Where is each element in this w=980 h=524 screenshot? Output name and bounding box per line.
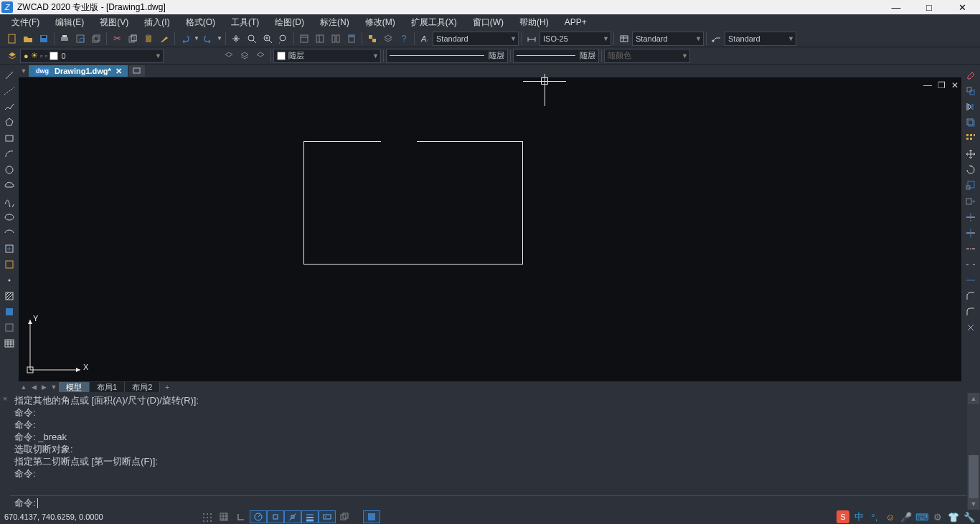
lineweight-combo[interactable]: 随层▼ [513,49,599,63]
model-paper-icon[interactable] [353,510,363,523]
drawing-canvas[interactable]: — ❐ ✕ Y [19,77,961,381]
doc-tab[interactable]: dwg Drawing1.dwg* ✕ [29,65,128,77]
tab-layout2[interactable]: 布局2 [125,382,160,392]
menu-view[interactable]: 视图(V) [93,15,136,30]
pan-icon[interactable] [228,31,244,47]
ime-toolbox-icon[interactable]: 🔧 [963,510,976,523]
command-history[interactable]: 指定其他的角点或 [面积(A)/尺寸(D)/旋转(R)]: 命令: 命令: 命令… [10,393,967,495]
mdi-close-icon[interactable]: ✕ [951,80,958,90]
mirror-icon[interactable] [963,99,979,114]
grid-display-icon[interactable] [215,510,232,523]
cmdwin-close-icon[interactable]: × [0,393,10,510]
menu-dimension[interactable]: 标注(N) [313,15,357,30]
gradient-icon[interactable] [1,304,17,319]
save-icon[interactable] [36,31,52,47]
leaderstyle-combo[interactable]: Standard▼ [725,32,796,46]
break-icon[interactable] [963,257,979,272]
menu-window[interactable]: 窗口(W) [466,15,511,30]
preview-icon[interactable] [72,31,88,47]
tab-dropdown-icon[interactable]: ▼ [19,65,29,77]
extend-icon[interactable] [963,225,979,240]
new-tab-button[interactable] [129,65,145,77]
dimstyle-icon[interactable] [524,31,540,47]
tool-palette-icon[interactable] [328,31,344,47]
tab-layout1[interactable]: 布局1 [90,382,125,392]
calculator-icon[interactable] [344,31,359,47]
add-layout-button[interactable]: + [160,383,174,391]
circle-icon[interactable] [1,162,17,177]
ime-skin-icon[interactable]: 👕 [947,510,960,523]
zoom-realtime-icon[interactable] [244,31,260,47]
explode-icon[interactable] [963,320,979,335]
copy-obj-icon[interactable] [963,83,979,98]
osnap-icon[interactable] [267,510,284,523]
help-icon[interactable]: ? [396,31,412,47]
menu-draw[interactable]: 绘图(D) [268,15,311,30]
region-icon[interactable] [1,320,17,335]
linetype-combo[interactable]: 随层▼ [386,49,508,63]
color-combo[interactable]: 随层▼ [273,49,381,63]
revision-cloud-icon[interactable] [1,178,17,193]
lineweight-icon[interactable] [301,510,319,523]
menu-insert[interactable]: 插入(I) [137,15,176,30]
modelspace-icon[interactable] [363,510,380,523]
break-at-point-icon[interactable] [963,241,979,256]
point-icon[interactable] [1,272,17,287]
new-icon[interactable] [4,31,20,47]
paste-icon[interactable] [141,31,156,47]
dimstyle-combo[interactable]: ISO-25▼ [540,32,611,46]
ime-mic-icon[interactable]: 🎤 [900,510,913,523]
menu-edit[interactable]: 编辑(E) [48,15,91,30]
polyline-icon[interactable] [1,99,17,114]
join-icon[interactable] [963,272,979,287]
copy-icon[interactable] [125,31,141,47]
mdi-restore-icon[interactable]: ❐ [938,80,946,90]
array-icon[interactable] [963,130,979,146]
scroll-up-icon[interactable]: ▲ [968,393,979,404]
layer-manager-icon[interactable] [380,31,396,47]
tab-model[interactable]: 模型 [59,382,90,392]
rectangle-icon[interactable] [1,130,17,146]
ime-mode-icon[interactable]: 中 [852,510,865,523]
properties-icon[interactable] [296,31,312,47]
tab-close-icon[interactable]: ✕ [116,67,122,76]
ellipse-icon[interactable] [1,209,17,224]
close-button[interactable]: ✕ [946,0,979,14]
polar-icon[interactable] [250,510,267,523]
layout-next-icon[interactable]: ▶ [39,382,49,392]
ime-face-icon[interactable]: ☺ [884,510,897,523]
layout-last-icon[interactable]: ▼ [49,382,59,392]
otrack-icon[interactable] [284,510,301,523]
trim-icon[interactable] [963,209,979,224]
tablestyle-icon[interactable] [616,31,632,47]
layer-state-icon[interactable] [237,48,253,64]
match-prop-icon[interactable] [156,31,172,47]
minimize-button[interactable]: — [880,0,913,14]
offset-icon[interactable] [963,115,979,130]
block-icon[interactable] [364,31,380,47]
stretch-icon[interactable] [963,194,979,209]
print-icon[interactable] [57,31,72,47]
layer-properties-icon[interactable] [4,48,20,64]
zoom-window-icon[interactable] [260,31,275,47]
menu-modify[interactable]: 修改(M) [358,15,402,30]
dyn-input-icon[interactable] [319,510,336,523]
line-icon[interactable] [1,67,17,82]
fillet-icon[interactable] [963,304,979,319]
scale-icon[interactable] [963,178,979,193]
textstyle-combo[interactable]: Standard▼ [433,32,519,46]
redo-icon[interactable] [200,31,216,47]
move-icon[interactable] [963,146,979,161]
scroll-thumb[interactable] [969,455,979,498]
redo-dropdown-icon[interactable]: ▼ [216,31,223,47]
ime-punct-icon[interactable]: °, [868,510,881,523]
ortho-icon[interactable] [232,510,250,523]
undo-dropdown-icon[interactable]: ▼ [193,31,200,47]
menu-express[interactable]: 扩展工具(X) [404,15,464,30]
table-icon[interactable] [1,335,17,351]
layer-previous-icon[interactable] [221,48,237,64]
menu-tools[interactable]: 工具(T) [224,15,266,30]
menu-help[interactable]: 帮助(H) [512,15,556,30]
mdi-minimize-icon[interactable]: — [923,80,932,90]
ime-logo-icon[interactable]: S [837,510,849,523]
